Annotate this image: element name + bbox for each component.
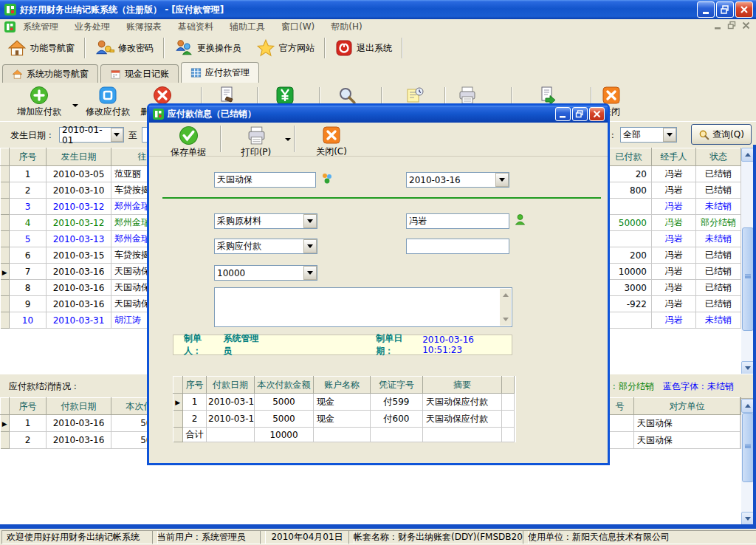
note-textarea[interactable]	[214, 287, 512, 327]
col-header-voucher[interactable]: 凭证字号	[371, 377, 423, 394]
scroll-thumb[interactable]	[742, 413, 754, 482]
tab-payables[interactable]: 应付款管理	[181, 62, 259, 83]
change-password-button[interactable]: 修改密码	[88, 35, 161, 61]
col-header-paid[interactable]: 已付款	[606, 148, 652, 166]
mdi-close-button[interactable]	[740, 21, 752, 32]
menu-item-tools[interactable]: 辅助工具	[230, 21, 265, 33]
col-header-amount[interactable]: 本次付款金额	[255, 377, 314, 394]
close-button[interactable]	[735, 1, 753, 18]
memo-button[interactable]	[400, 84, 430, 106]
tab-cash-journal[interactable]: 现金日记账	[100, 64, 179, 83]
table-icon	[190, 67, 202, 78]
switch-operator-button[interactable]: 更换操作员	[167, 35, 249, 61]
register-document-button[interactable]	[213, 84, 242, 106]
print-list-button[interactable]	[453, 84, 482, 106]
occur-date-combo[interactable]: 2010-03-16	[406, 172, 509, 188]
magnifier-icon	[337, 86, 357, 105]
dropdown-button[interactable]	[663, 128, 676, 142]
payable-type-combo[interactable]: 采购应付款	[214, 239, 317, 254]
tab-nav-window[interactable]: 系统功能导航窗	[2, 64, 98, 83]
key-user-icon	[95, 38, 114, 58]
dialog-titlebar[interactable]: 应付款信息（已结销）	[149, 106, 608, 123]
vendor-lookup-icon[interactable]	[320, 172, 334, 185]
minimize-button[interactable]	[697, 1, 715, 18]
window-frame	[753, 145, 756, 524]
power-icon	[335, 39, 353, 57]
col-header-date[interactable]: 发生日期	[47, 148, 111, 166]
cell: 2010-03-31	[47, 312, 111, 329]
scroll-thumb[interactable]	[742, 227, 754, 331]
col-header-seq[interactable]: 序号	[183, 377, 207, 394]
cell: 天国动保应付款	[423, 411, 502, 428]
settlement-row-selected[interactable]: 12010-03-165000现金付599天国动保应付款	[173, 394, 515, 411]
print-dropdown-caret[interactable]	[285, 138, 291, 144]
menu-item-system[interactable]: 系统管理	[23, 21, 58, 33]
col-header-counterpart[interactable]: 对方单位	[634, 398, 740, 415]
dialog-close-button[interactable]	[589, 107, 605, 121]
dropdown-button[interactable]	[303, 239, 317, 253]
nav-window-button[interactable]: 功能导航窗	[0, 35, 82, 61]
menu-item-reports[interactable]: 账簿报表	[126, 21, 162, 33]
ref-number-input[interactable]	[406, 239, 509, 254]
exit-system-button[interactable]: 退出系统	[328, 36, 399, 60]
status-welcome: 欢迎使用好好用财务出纳记帐系统	[1, 530, 158, 544]
restore-button[interactable]	[716, 1, 734, 18]
mdi-restore-button[interactable]	[726, 21, 738, 32]
cell: 200	[606, 247, 652, 264]
status-combo[interactable]: 全部	[620, 127, 677, 143]
bottom-grid-scrollbar[interactable]	[741, 399, 753, 524]
menu-item-help[interactable]: 帮助(H)	[331, 21, 362, 33]
dropdown-button[interactable]	[303, 266, 317, 280]
col-header-voucher[interactable]: 号	[606, 398, 634, 415]
add-dropdown-caret[interactable]	[72, 104, 78, 110]
save-document-button[interactable]: 保存单据	[164, 123, 213, 159]
settle-payment-button[interactable]	[270, 84, 300, 106]
handler-input[interactable]: 冯岩	[406, 213, 509, 229]
col-header-account[interactable]: 账户名称	[314, 377, 371, 394]
row-selector	[1, 199, 10, 215]
menu-item-window[interactable]: 窗口(W)	[281, 21, 315, 33]
view-search-button[interactable]	[332, 84, 362, 106]
mdi-minimize-button[interactable]	[712, 21, 724, 32]
cell: 冯岩	[652, 296, 696, 312]
status-company: 使用单位：新阳天信息技术有限公司	[523, 530, 756, 544]
main-grid-scrollbar[interactable]	[741, 148, 753, 374]
export-button[interactable]	[533, 84, 563, 106]
cell	[606, 199, 652, 215]
col-header-date[interactable]: 付款日期	[207, 377, 255, 394]
row-selector-arrow	[1, 264, 10, 280]
cell: 2	[183, 411, 207, 428]
dropdown-button[interactable]	[111, 128, 123, 142]
dialog-restore-button[interactable]	[572, 107, 588, 121]
toolbar-separator	[163, 38, 165, 58]
cell: 已结销	[696, 296, 741, 312]
date-from-combo[interactable]: 2010-01-01	[59, 127, 124, 143]
add-payable-button[interactable]: 增加应付款	[7, 84, 71, 118]
vendor-input[interactable]: 天国动保	[214, 172, 316, 188]
query-button[interactable]: 查询(Q)	[691, 124, 752, 145]
official-website-button[interactable]: 官方网站	[249, 35, 322, 61]
dropdown-button[interactable]	[495, 173, 509, 187]
summary-combo[interactable]: 采购原材料	[214, 213, 317, 229]
dialog-minimize-button[interactable]	[555, 107, 571, 121]
col-header-handler[interactable]: 经手人	[652, 148, 696, 166]
menu-item-basedata[interactable]: 基础资料	[178, 21, 213, 33]
row-selector	[1, 432, 10, 449]
col-header-summary[interactable]: 摘要	[423, 377, 502, 394]
col-header-pay-date[interactable]: 付款日期	[47, 398, 111, 415]
cell: 2010-03-12	[47, 199, 111, 215]
person-icon[interactable]	[514, 213, 526, 226]
col-header-seq[interactable]: 序号	[10, 148, 47, 166]
textarea-scrollbar[interactable]	[500, 289, 511, 326]
dropdown-button[interactable]	[303, 214, 317, 228]
settlement-row[interactable]: 22010-03-165000现金付600天国动保应付款	[173, 411, 515, 428]
dialog-close-toolbar-button[interactable]: 关闭(C)	[309, 123, 354, 158]
cell: 8	[10, 280, 47, 296]
modify-payable-button[interactable]: 修改应付款	[78, 84, 137, 118]
menu-item-business[interactable]: 业务处理	[75, 21, 110, 33]
print-button[interactable]: 打印(P)	[232, 123, 281, 159]
payable-amount-combo[interactable]: 10000	[214, 265, 317, 281]
col-header-seq[interactable]: 序号	[10, 398, 47, 415]
col-header-status[interactable]: 状态	[696, 148, 741, 166]
toolbar-separator	[220, 126, 221, 152]
